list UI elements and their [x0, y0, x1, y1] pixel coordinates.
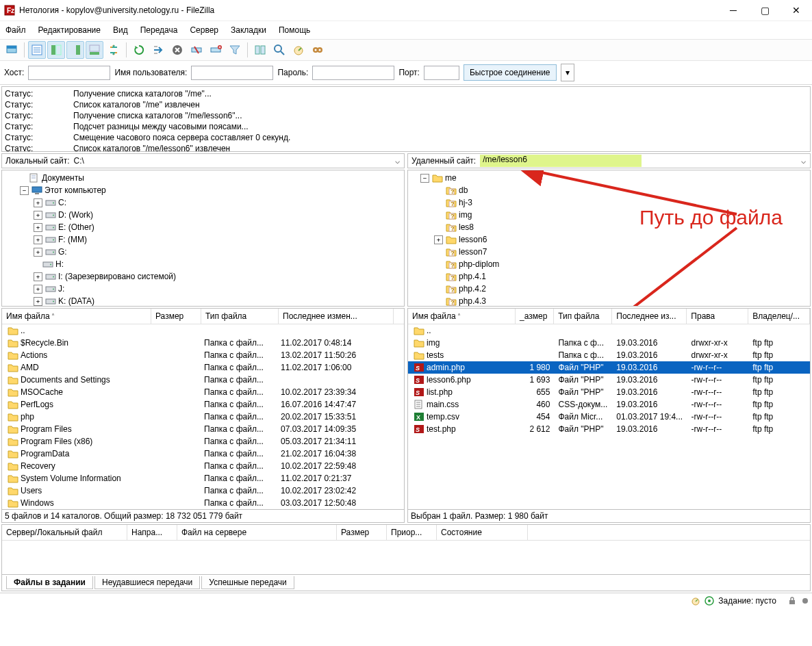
queue-column-header[interactable]: Напра... — [127, 525, 177, 540]
quickconnect-dropdown[interactable]: ▾ — [561, 64, 574, 81]
tree-node[interactable]: ?les8 — [409, 221, 809, 233]
local-tree[interactable]: Документы−Этот компьютер+C:+D: (Work)+E:… — [1, 170, 405, 307]
column-header[interactable]: Владелец/... — [748, 309, 810, 324]
tree-node[interactable]: +C: — [3, 196, 403, 209]
tree-node[interactable]: +lesson6 — [409, 233, 809, 246]
speedlimit-status-icon[interactable] — [691, 596, 700, 606]
tree-node[interactable]: +K: (DATA) — [3, 295, 403, 307]
file-row[interactable]: MSOCacheПапка с файл...10.02.2017 23:39:… — [2, 386, 404, 398]
tree-node[interactable]: −me — [409, 172, 809, 184]
file-row[interactable]: Program FilesПапка с файл...07.03.2017 1… — [2, 423, 404, 435]
host-input[interactable] — [28, 66, 110, 80]
tree-node[interactable]: ?lesson7 — [409, 246, 809, 258]
tree-node[interactable]: ?php.4.1 — [409, 270, 809, 283]
toggle-queue-icon[interactable] — [86, 41, 103, 59]
queue-column-header[interactable]: Файл на сервере — [177, 525, 337, 540]
toggle-localtree-icon[interactable] — [47, 41, 65, 59]
column-header[interactable]: Тип файла — [554, 309, 612, 324]
menu-Вид[interactable]: Вид — [113, 25, 128, 35]
column-header[interactable]: Имя файла — [408, 309, 516, 324]
column-header[interactable]: Права — [687, 309, 748, 324]
port-input[interactable] — [424, 66, 459, 80]
remote-tree[interactable]: Путь до файла −me?db?hj-3?img?les8+lesso… — [407, 170, 811, 307]
queue-status-icon[interactable] — [705, 596, 714, 606]
menu-Помощь[interactable]: Помощь — [279, 25, 310, 35]
column-header[interactable]: Последнее измен... — [279, 309, 394, 324]
tree-node[interactable]: ?hj-3 — [409, 196, 809, 209]
reconnect-icon[interactable] — [207, 41, 225, 59]
file-row[interactable]: .. — [2, 324, 404, 337]
file-row[interactable]: RecoveryПапка с файл...10.02.2017 22:59:… — [2, 460, 404, 472]
column-header[interactable]: Последнее из... — [612, 309, 687, 324]
sitemanager-icon[interactable] — [3, 41, 21, 59]
transfer-queue[interactable]: Сервер/Локальный файлНапра...Файл на сер… — [1, 524, 811, 591]
file-row[interactable]: ActionsПапка с файл...13.02.2017 11:50:2… — [2, 349, 404, 361]
toggle-remotetree-icon[interactable] — [66, 41, 84, 59]
tree-node[interactable]: +D: (Work) — [3, 209, 403, 221]
file-row[interactable]: Program Files (x86)Папка с файл...05.03.… — [2, 435, 404, 448]
file-row[interactable]: AMDПапка с файл...11.02.2017 1:06:00 — [2, 361, 404, 374]
speedlimit-icon[interactable] — [290, 41, 307, 59]
tree-node[interactable]: ?img — [409, 209, 809, 221]
file-row[interactable]: .. — [408, 324, 810, 337]
file-row[interactable]: PerfLogsПапка с файл...16.07.2016 14:47:… — [2, 398, 404, 411]
user-input[interactable] — [191, 66, 273, 80]
queue-column-header[interactable]: Приор... — [387, 525, 437, 540]
tree-node[interactable]: Документы — [3, 172, 403, 184]
file-row[interactable]: main.css460CSS-докум...19.03.2016-rw-r--… — [408, 398, 810, 411]
compare-icon[interactable] — [251, 41, 269, 59]
file-row[interactable]: System Volume InformationПапка с файл...… — [2, 472, 404, 484]
remote-path-dropdown[interactable]: ⌵ — [797, 156, 809, 166]
file-row[interactable]: WindowsПапка с файл...03.03.2017 12:50:4… — [2, 497, 404, 509]
search-icon[interactable] — [270, 41, 288, 59]
tree-node[interactable]: ?php-diplom — [409, 258, 809, 270]
column-header[interactable]: Тип файла — [201, 309, 279, 324]
toggle-log-icon[interactable] — [28, 41, 46, 59]
menu-Файл[interactable]: Файл — [5, 25, 26, 35]
maximize-button[interactable]: ▢ — [749, 0, 781, 21]
menu-Передача[interactable]: Передача — [140, 25, 178, 35]
queue-tab[interactable]: Файлы в задании — [6, 576, 93, 589]
pass-input[interactable] — [312, 66, 394, 80]
file-row[interactable]: testsПапка с ф...19.03.2016drwxr-xr-xftp… — [408, 349, 810, 361]
disconnect-icon[interactable] — [188, 41, 205, 59]
sync-browse-icon[interactable] — [105, 41, 123, 59]
tree-node[interactable]: +J: — [3, 283, 403, 295]
file-row[interactable]: Xtemp.csv454Файл Micr...01.03.2017 19:4.… — [408, 411, 810, 423]
tree-node[interactable]: ?db — [409, 184, 809, 196]
menu-Сервер[interactable]: Сервер — [190, 25, 218, 35]
file-row[interactable]: Sadmin.php1 980Файл "PHP"19.03.2016-rw-r… — [408, 361, 810, 374]
refresh-icon[interactable] — [130, 41, 148, 59]
menu-Закладки[interactable]: Закладки — [231, 25, 266, 35]
file-row[interactable]: ProgramDataПапка с файл...21.02.2017 16:… — [2, 448, 404, 460]
queue-column-header[interactable]: Сервер/Локальный файл — [2, 525, 127, 540]
column-header[interactable]: Имя файла — [2, 309, 151, 324]
quickconnect-button[interactable]: Быстрое соединение — [464, 64, 557, 81]
file-row[interactable]: phpПапка с файл...20.02.2017 15:33:51 — [2, 411, 404, 423]
local-path-dropdown[interactable]: ⌵ — [391, 156, 403, 166]
queue-column-header[interactable]: Размер — [337, 525, 387, 540]
bookmarks-icon[interactable] — [309, 41, 327, 59]
file-row[interactable]: UsersПапка с файл...10.02.2017 23:02:42 — [2, 484, 404, 497]
queue-tab[interactable]: Неудавшиеся передачи — [94, 576, 200, 589]
file-row[interactable]: imgПапка с ф...19.03.2016drwxr-xr-xftp f… — [408, 337, 810, 349]
file-row[interactable]: Stest.php2 612Файл "PHP"19.03.2016-rw-r-… — [408, 423, 810, 435]
minimize-button[interactable]: ─ — [718, 0, 749, 21]
file-row[interactable]: Slesson6.php1 693Файл "PHP"19.03.2016-rw… — [408, 374, 810, 386]
tree-node[interactable]: −Этот компьютер — [3, 184, 403, 196]
tree-node[interactable]: H: — [3, 258, 403, 270]
file-row[interactable]: Documents and SettingsПапка с файл... — [2, 374, 404, 386]
filter-icon[interactable] — [226, 41, 244, 59]
tree-node[interactable]: +I: (Зарезервировано системой) — [3, 270, 403, 283]
file-row[interactable]: Slist.php655Файл "PHP"19.03.2016-rw-r--r… — [408, 386, 810, 398]
remote-path-input[interactable]: /me/lesson6 — [480, 155, 641, 167]
tree-node[interactable]: +E: (Other) — [3, 221, 403, 233]
message-log[interactable]: Статус:Получение списка каталогов "/me".… — [1, 86, 811, 152]
tree-node[interactable]: +F: (MM) — [3, 233, 403, 246]
cancel-icon[interactable] — [168, 41, 186, 59]
column-header[interactable]: Размер — [151, 309, 201, 324]
menu-Редактирование[interactable]: Редактирование — [38, 25, 101, 35]
column-header[interactable]: _азмер — [516, 309, 554, 324]
file-row[interactable]: $Recycle.BinПапка с файл...11.02.2017 0:… — [2, 337, 404, 349]
close-button[interactable]: ✕ — [781, 0, 812, 21]
